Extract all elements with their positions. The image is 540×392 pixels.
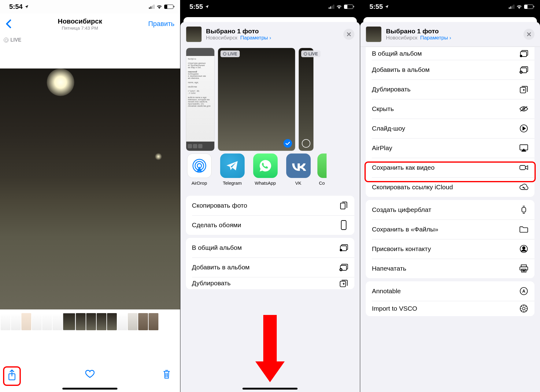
location-services-icon bbox=[385, 5, 389, 9]
home-indicator[interactable] bbox=[242, 388, 298, 390]
action-shared-album[interactable]: В общий альбом bbox=[186, 238, 355, 257]
svg-rect-25 bbox=[522, 208, 526, 212]
status-time: 5:54 bbox=[9, 3, 23, 11]
app-vk[interactable]: VK bbox=[286, 153, 311, 193]
thumbnail[interactable] bbox=[97, 313, 106, 330]
selection-check-icon[interactable] bbox=[302, 139, 310, 148]
thumbnail-selected[interactable] bbox=[63, 313, 75, 330]
thumbnail[interactable] bbox=[53, 313, 62, 330]
action-group: В общий альбом Добавить в альбом Дублиро… bbox=[186, 238, 355, 289]
vsco-icon bbox=[519, 304, 528, 313]
action-add-to-album[interactable]: Добавить в альбом bbox=[366, 60, 534, 80]
thumbnail[interactable] bbox=[76, 313, 86, 330]
app-telegram[interactable]: Telegram bbox=[220, 153, 245, 193]
action-assign-contact[interactable]: Присвоить контакту bbox=[366, 239, 534, 259]
share-apps-row[interactable]: AirDrop Telegram WhatsApp VK bbox=[180, 152, 360, 193]
action-shared-album[interactable]: В общий альбом bbox=[366, 47, 534, 60]
status-bar: 5:55 bbox=[180, 0, 360, 13]
action-hide[interactable]: Скрыть bbox=[366, 99, 534, 119]
thumbnail[interactable] bbox=[32, 313, 42, 330]
edit-button[interactable]: Править bbox=[148, 20, 175, 28]
action-group: Annotable A Import to VSCO bbox=[366, 281, 534, 316]
screen-photo-detail: 5:54 Новосибирск Пятница 7:43 PM Править… bbox=[0, 0, 180, 392]
wifi-icon bbox=[336, 5, 342, 9]
action-copy-photo[interactable]: Скопировать фото bbox=[186, 196, 355, 215]
app-more[interactable]: Co bbox=[317, 153, 327, 193]
selection-carousel[interactable]: fscript.ruструктура данныхет произвольны… bbox=[180, 46, 360, 152]
home-indicator[interactable] bbox=[62, 388, 117, 390]
thumbnail-strip[interactable] bbox=[0, 312, 180, 331]
app-airdrop[interactable]: AirDrop bbox=[187, 153, 212, 193]
close-button[interactable] bbox=[523, 29, 534, 40]
app-whatsapp[interactable]: WhatsApp bbox=[253, 153, 278, 193]
svg-point-8 bbox=[340, 249, 342, 251]
app-label: Co bbox=[319, 180, 325, 186]
action-airplay[interactable]: AirPlay bbox=[366, 138, 534, 158]
header-thumbnail bbox=[186, 26, 202, 42]
shared-album-icon bbox=[519, 49, 528, 58]
thumbnail[interactable] bbox=[149, 313, 158, 330]
carousel-item[interactable]: LIVE bbox=[298, 48, 314, 151]
svg-rect-4 bbox=[341, 203, 345, 209]
selection-check-icon[interactable] bbox=[283, 139, 292, 148]
live-icon bbox=[223, 52, 227, 56]
action-add-to-album[interactable]: Добавить в альбом bbox=[186, 257, 355, 277]
thumbnail[interactable] bbox=[21, 313, 31, 330]
status-bar: 5:54 bbox=[0, 0, 180, 13]
svg-point-27 bbox=[522, 246, 525, 249]
thumbnail[interactable] bbox=[107, 313, 117, 330]
delete-button[interactable] bbox=[162, 369, 173, 379]
action-duplicate[interactable]: Дублировать bbox=[186, 277, 355, 289]
add-album-icon bbox=[339, 263, 348, 272]
sheet-header: Выбрано 1 фото Новосибирск Параметры › bbox=[180, 22, 360, 46]
thumbnail[interactable] bbox=[138, 313, 148, 330]
action-duplicate[interactable]: Дублировать bbox=[366, 80, 534, 99]
favorite-button[interactable] bbox=[85, 369, 95, 379]
thumbnail[interactable] bbox=[117, 313, 127, 330]
close-button[interactable] bbox=[343, 29, 354, 40]
action-group: Создать циферблат Сохранить в «Файлы» Пр… bbox=[366, 200, 534, 278]
header-thumbnail bbox=[366, 26, 382, 42]
cellular-icon bbox=[329, 5, 334, 9]
app-label: AirDrop bbox=[191, 180, 207, 186]
play-icon bbox=[519, 124, 528, 133]
options-link[interactable]: Параметры › bbox=[240, 35, 271, 41]
live-icon bbox=[304, 52, 307, 56]
battery-icon bbox=[164, 5, 173, 9]
print-icon bbox=[519, 264, 528, 273]
carousel-item-selected[interactable]: LIVE bbox=[218, 48, 295, 151]
action-set-wallpaper[interactable]: Сделать обоями bbox=[186, 215, 355, 235]
battery-icon bbox=[524, 5, 533, 9]
back-button[interactable] bbox=[6, 19, 12, 28]
thumbnail[interactable] bbox=[86, 313, 96, 330]
actions-scroll[interactable]: В общий альбом Добавить в альбом Дублиро… bbox=[360, 47, 540, 392]
live-icon bbox=[4, 38, 9, 43]
svg-point-36 bbox=[522, 307, 525, 310]
action-save-to-files[interactable]: Сохранить в «Файлы» bbox=[366, 220, 534, 239]
photo-viewer[interactable] bbox=[0, 68, 180, 309]
action-print[interactable]: Напечатать bbox=[366, 259, 534, 278]
sheet-title: Выбрано 1 фото bbox=[386, 28, 519, 35]
nav-bar: Новосибирск Пятница 7:43 PM Править bbox=[0, 13, 180, 34]
airdrop-icon bbox=[191, 157, 208, 174]
highlight-share-button bbox=[3, 366, 21, 386]
action-create-watchface[interactable]: Создать циферблат bbox=[366, 200, 534, 220]
bottom-toolbar bbox=[0, 365, 180, 383]
thumbnail[interactable] bbox=[42, 313, 52, 330]
thumbnail[interactable] bbox=[1, 313, 10, 330]
action-vsco[interactable]: Import to VSCO bbox=[366, 301, 534, 316]
thumbnail[interactable] bbox=[128, 313, 138, 330]
options-link[interactable]: Параметры › bbox=[420, 35, 451, 41]
phone-icon bbox=[339, 220, 348, 230]
action-slideshow[interactable]: Слайд-шоу bbox=[366, 119, 534, 138]
action-group: Скопировать фото Сделать обоями bbox=[186, 196, 355, 235]
sheet-title: Выбрано 1 фото bbox=[206, 28, 339, 35]
screen-share-sheet: 5:55 Выбрано 1 фото Новосибирск Параметр… bbox=[180, 0, 360, 392]
watch-icon bbox=[519, 205, 528, 214]
annotable-icon: A bbox=[519, 287, 528, 296]
location-services-icon bbox=[24, 5, 29, 9]
action-annotable[interactable]: Annotable A bbox=[366, 281, 534, 301]
thumbnail[interactable] bbox=[11, 313, 21, 330]
airplay-icon bbox=[519, 143, 528, 153]
carousel-item[interactable]: fscript.ruструктура данныхет произвольны… bbox=[186, 48, 215, 151]
